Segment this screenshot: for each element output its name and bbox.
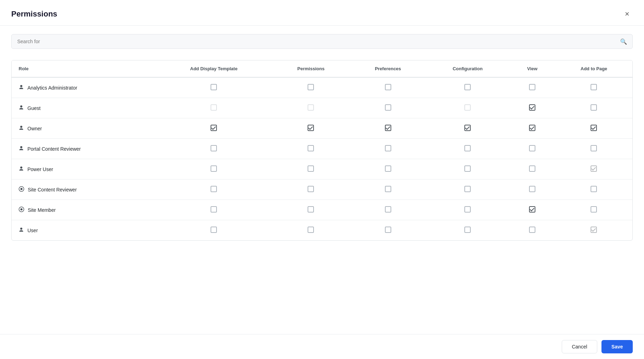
table-row: Analytics Administrator (12, 77, 632, 98)
col-header-configuration: Configuration (426, 60, 509, 77)
cell-view (509, 98, 555, 118)
cell-permissions (272, 220, 350, 241)
role-cell: Site Content Reviewer (12, 180, 156, 200)
checkbox-view[interactable] (529, 84, 535, 90)
cell-addDisplayTemplate (156, 98, 272, 118)
checkbox-permissions[interactable] (308, 165, 314, 172)
checkbox-preferences[interactable] (385, 206, 391, 213)
search-section: 🔍 (0, 26, 644, 54)
checkbox-configuration[interactable] (464, 145, 471, 151)
modal-footer: Cancel Save (0, 334, 644, 359)
checkbox-permissions[interactable] (308, 186, 314, 192)
checkbox-view[interactable] (529, 145, 535, 151)
checkbox-addDisplayTemplate[interactable] (211, 125, 217, 131)
checkbox-permissions[interactable] (308, 104, 314, 111)
checkbox-permissions[interactable] (308, 227, 314, 233)
checkbox-view[interactable] (529, 206, 535, 213)
cancel-button[interactable]: Cancel (562, 340, 598, 353)
checkbox-view[interactable] (529, 186, 535, 192)
search-input[interactable] (11, 34, 633, 49)
checkbox-permissions[interactable] (308, 206, 314, 213)
checkbox-addDisplayTemplate[interactable] (211, 145, 217, 151)
cell-permissions (272, 98, 350, 118)
checkbox-configuration[interactable] (464, 206, 471, 213)
checkbox-view[interactable] (529, 227, 535, 233)
checkbox-addToPage[interactable] (591, 125, 597, 131)
checkbox-addToPage[interactable] (591, 227, 597, 233)
checkbox-permissions[interactable] (308, 145, 314, 151)
cell-view (509, 180, 555, 200)
checkbox-permissions[interactable] (308, 125, 314, 131)
checkbox-permissions[interactable] (308, 84, 314, 90)
table-row: User (12, 220, 632, 241)
cell-preferences (350, 77, 426, 98)
checkbox-addDisplayTemplate[interactable] (211, 84, 217, 90)
checkbox-addDisplayTemplate[interactable] (211, 186, 217, 192)
checkbox-configuration[interactable] (464, 125, 471, 131)
col-header-add-to-page: Add to Page (555, 60, 632, 77)
cell-addToPage (555, 159, 632, 180)
cell-addDisplayTemplate (156, 77, 272, 98)
cell-addDisplayTemplate (156, 118, 272, 139)
close-button[interactable]: × (622, 8, 633, 20)
cell-configuration (426, 98, 509, 118)
cell-configuration (426, 139, 509, 159)
table-row: Portal Content Reviewer (12, 139, 632, 159)
checkbox-view[interactable] (529, 125, 535, 131)
checkbox-addToPage[interactable] (591, 145, 597, 151)
role-name: Analytics Administrator (27, 85, 77, 91)
checkbox-addToPage[interactable] (591, 206, 597, 213)
checkbox-preferences[interactable] (385, 227, 391, 233)
checkbox-configuration[interactable] (464, 165, 471, 172)
permissions-table-container: Role Add Display Template Permissions Pr… (11, 60, 633, 241)
user-role-icon (19, 227, 24, 234)
checkbox-preferences[interactable] (385, 125, 391, 131)
cell-configuration (426, 220, 509, 241)
checkbox-addDisplayTemplate[interactable] (211, 165, 217, 172)
modal-title: Permissions (11, 9, 57, 19)
user-role-icon (19, 105, 24, 111)
save-button[interactable]: Save (601, 340, 633, 353)
cell-configuration (426, 118, 509, 139)
checkbox-addDisplayTemplate[interactable] (211, 104, 217, 111)
checkbox-configuration[interactable] (464, 227, 471, 233)
checkbox-configuration[interactable] (464, 104, 471, 111)
cell-addToPage (555, 118, 632, 139)
col-header-role: Role (12, 60, 156, 77)
checkbox-configuration[interactable] (464, 186, 471, 192)
cell-view (509, 77, 555, 98)
cell-view (509, 118, 555, 139)
checkbox-view[interactable] (529, 104, 535, 111)
checkbox-configuration[interactable] (464, 84, 471, 90)
table-row: Guest (12, 98, 632, 118)
checkbox-addDisplayTemplate[interactable] (211, 206, 217, 213)
checkbox-addToPage[interactable] (591, 104, 597, 111)
cell-preferences (350, 118, 426, 139)
role-name: Portal Content Reviewer (27, 146, 81, 152)
user-role-icon (19, 166, 24, 172)
cell-addDisplayTemplate (156, 220, 272, 241)
table-row: Site Content Reviewer (12, 180, 632, 200)
cell-addDisplayTemplate (156, 200, 272, 220)
role-name: Owner (27, 126, 42, 131)
checkbox-preferences[interactable] (385, 186, 391, 192)
search-wrapper: 🔍 (11, 34, 633, 49)
checkbox-addToPage[interactable] (591, 165, 597, 172)
cell-preferences (350, 139, 426, 159)
checkbox-preferences[interactable] (385, 104, 391, 111)
search-icon: 🔍 (620, 38, 627, 45)
checkbox-preferences[interactable] (385, 145, 391, 151)
checkbox-view[interactable] (529, 165, 535, 172)
checkbox-preferences[interactable] (385, 165, 391, 172)
role-cell: Owner (12, 118, 156, 139)
permissions-modal: Permissions × 🔍 Role Add Display Templat… (0, 0, 644, 359)
checkbox-addDisplayTemplate[interactable] (211, 227, 217, 233)
cell-addToPage (555, 77, 632, 98)
checkbox-preferences[interactable] (385, 84, 391, 90)
cell-addDisplayTemplate (156, 139, 272, 159)
checkbox-addToPage[interactable] (591, 84, 597, 90)
cell-preferences (350, 220, 426, 241)
cell-configuration (426, 159, 509, 180)
checkbox-addToPage[interactable] (591, 186, 597, 192)
user-role-icon (19, 146, 24, 152)
